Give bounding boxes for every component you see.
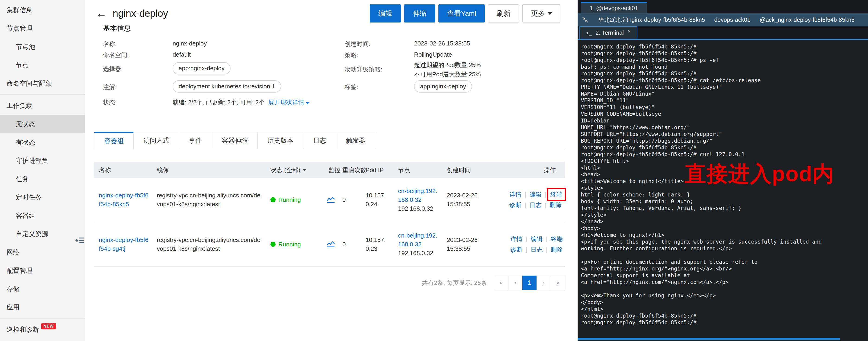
sidebar-item-workloads[interactable]: 工作负载 [0,96,85,115]
pod-name-link[interactable]: nginx-deploy-fb5f6f54b-sg4tj [99,237,149,252]
action-detail[interactable]: 详情 [510,235,522,243]
pod-node-cell: cn-beijing.192.168.0.32 192.168.0.32 [394,183,442,216]
sidebar-item-label: 有状态 [16,138,35,147]
page-title: nginx-deploy [113,8,168,19]
column-restarts-sort[interactable]: 重启次数 [338,166,361,174]
pod-created-cell: 2023-02-26 15:38:55 [442,188,505,212]
column-node: 节点 [394,166,442,174]
strategy-value: RollingUpdate [414,51,452,58]
pod-created-cell: 2023-02-26 15:38:55 [442,232,505,256]
pagination-next-button[interactable]: › [536,276,551,290]
node-link[interactable]: cn-beijing.192.168.0.32 [398,232,437,248]
sidebar-item-jobs[interactable]: 任务 [0,170,85,188]
expand-status-link[interactable]: 展开现状详情 [268,99,304,106]
sidebar-item-inspection-diagnosis[interactable]: 巡检和诊断 NEW [0,320,85,339]
chevron-down-icon [306,102,309,104]
tab-events[interactable]: 事件 [179,132,212,149]
pod-actions-cell: 详情| 编辑| 终端 诊断| 日志| 删除 [506,229,565,259]
sidebar-item-network[interactable]: 网络 [0,243,85,261]
column-name: 名称 [94,166,152,174]
action-diagnose[interactable]: 诊断 [510,245,522,254]
monitor-chart-icon[interactable] [327,241,335,248]
pod-name-link[interactable]: nginx-deploy-fb5f6f54b-85kn5 [99,192,149,208]
sidebar-item-deployments[interactable]: 无状态 [0,115,85,133]
column-status-filter[interactable]: 状态 (全部) [266,166,324,174]
main-content: ← nginx-deploy 编辑 伸缩 查看Yaml 刷新 更多 基本信息 名… [85,0,578,341]
tab-label: 历史版本 [268,136,293,145]
action-delete[interactable]: 删除 [550,200,562,210]
sidebar-item-namespaces-quotas[interactable]: 命名空间与配额 [0,74,85,93]
close-icon[interactable]: × [627,28,631,35]
pagination: 共有2条, 每页显示: 25条 « ‹ 1 › » [94,276,565,290]
info-row-annotation: 注解: deployment.kubernetes.io/revision:1 [103,80,281,93]
info-row-name: 名称: nginx-deploy [103,40,207,48]
action-diagnose[interactable]: 诊断 [509,200,522,210]
sidebar-item-label: 无状态 [16,120,35,128]
tab-label: 容器组 [104,136,124,146]
sidebar-item-storage[interactable]: 存储 [0,280,85,298]
info-row-rolling-strategy: 滚动升级策略: 超过期望的Pod数量:25% 不可用Pod最大数量:25% [344,60,481,79]
sidebar-item-nodes[interactable]: 节点 [0,56,85,74]
sidebar-item-cronjobs[interactable]: 定时任务 [0,188,85,207]
column-monitor: 监控 [324,166,338,174]
sidebar-item-pods[interactable]: 容器组 [0,207,85,225]
action-terminal[interactable]: 终端 [551,235,563,243]
tab-history[interactable]: 历史版本 [258,132,303,149]
pod-image-cell: registry-vpc.cn-beijing.aliyuncs.com/dev… [152,232,266,256]
collapse-arrows-icon[interactable] [582,16,589,23]
sidebar-item-applications[interactable]: 应用 [0,298,85,316]
node-ip: 192.168.0.32 [398,204,438,213]
node-link[interactable]: cn-beijing.192.168.0.32 [398,187,437,203]
divider: | [525,190,526,199]
pagination-prev-button[interactable]: ‹ [508,276,523,290]
terminal-session-tab-label: 1_@devops-ack01 [590,5,638,11]
scale-button[interactable]: 伸缩 [404,4,435,23]
sidebar-collapse-icon[interactable] [75,235,85,246]
pod-ip-cell: 10.157.0.23 [361,232,394,256]
action-edit[interactable]: 编辑 [530,235,542,243]
tab-pods[interactable]: 容器组 [94,132,134,149]
sidebar-item-statefulsets[interactable]: 有状态 [0,133,85,152]
action-terminal[interactable]: 终端 [551,191,562,198]
tab-logs[interactable]: 日志 [303,132,336,149]
ack-console-page: 集群信息 节点管理 节点池 节点 命名空间与配额 工作负载 无状态 有状态 守护… [0,0,868,341]
divider: | [546,245,548,254]
chevron-down-icon [548,12,552,15]
action-delete[interactable]: 删除 [551,245,563,254]
monitor-chart-icon[interactable] [327,196,335,203]
sidebar-item-label: 定时任务 [16,193,42,202]
action-detail[interactable]: 详情 [509,190,522,199]
sidebar-item-label: 集群信息 [6,6,32,14]
terminal-context-session: @ack_nginx-deploy-fb5f6f54b-85kn5 [760,17,855,23]
action-logs[interactable]: 日志 [530,200,541,210]
more-button[interactable]: 更多 [522,4,560,23]
back-icon[interactable]: ← [96,8,107,19]
status-text: Running [278,240,301,249]
sidebar-item-node-management[interactable]: 节点管理 [0,19,85,38]
pagination-last-button[interactable]: » [551,276,565,290]
sidebar-item-daemonsets[interactable]: 守护进程集 [0,152,85,170]
status-value: 就绪: 2/2个, 已更新: 2个, 可用: 2个 展开现状详情 [173,98,309,106]
action-edit[interactable]: 编辑 [530,190,541,199]
pagination-first-button[interactable]: « [494,276,508,290]
refresh-button[interactable]: 刷新 [488,4,519,23]
created-value: 2023-02-26 15:38:55 [414,40,470,47]
action-logs[interactable]: 日志 [530,245,542,254]
sidebar-item-custom-resources[interactable]: 自定义资源 [0,225,85,243]
tab-triggers[interactable]: 触发器 [336,132,375,149]
annotation-enter-pod: 直接进入pod内 [685,160,834,188]
edit-button[interactable]: 编辑 [370,4,401,23]
tab-scaling[interactable]: 容器伸缩 [212,132,258,149]
view-yaml-button[interactable]: 查看Yaml [438,4,485,23]
node-ip: 192.168.0.32 [398,249,438,257]
pod-name-cell: nginx-deploy-fb5f6f54b-sg4tj [94,232,152,256]
terminal-session-tab[interactable]: 1_@devops-ack01 [581,2,647,13]
pagination-page-1[interactable]: 1 [522,276,537,290]
sidebar-item-node-pools[interactable]: 节点池 [0,38,85,56]
sidebar-item-label: 网络 [6,248,20,257]
sidebar-item-config-management[interactable]: 配置管理 [0,261,85,280]
tab-access[interactable]: 访问方式 [134,132,179,149]
detail-tabs: 容器组 访问方式 事件 容器伸缩 历史版本 日志 触发器 [94,132,565,149]
sidebar-item-cluster-info[interactable]: 集群信息 [0,1,85,19]
terminal-tab[interactable]: >_ 2. Terminal × [580,26,638,39]
